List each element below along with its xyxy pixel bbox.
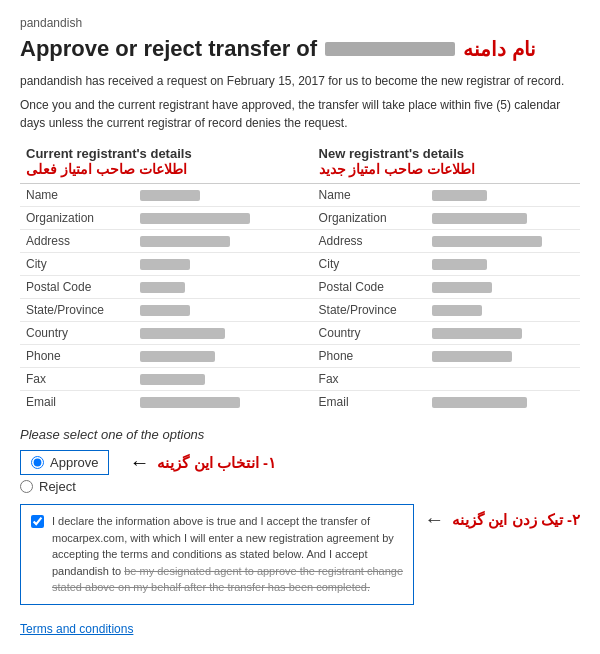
title-prefix: Approve or reject transfer of [20, 36, 317, 62]
current-registrant-annotation: اطلاعات صاحب امتیاز فعلی [26, 161, 281, 177]
table-row: Country Country [20, 322, 580, 345]
new-field-value [426, 230, 580, 253]
table-row: Name Name [20, 184, 580, 207]
table-row: State/Province State/Province [20, 299, 580, 322]
current-field-value [134, 207, 288, 230]
description-1: pandandish has received a request on Feb… [20, 72, 580, 90]
new-field-label: Phone [313, 345, 427, 368]
table-row: Fax Fax [20, 368, 580, 391]
registrant-table: Current registrant's details اطلاعات صاح… [20, 142, 580, 413]
approve-arrow: ← [129, 451, 149, 474]
terms-link-container: Terms and conditions [20, 621, 580, 646]
new-registrant-heading: New registrant's details اطلاعات صاحب ام… [313, 142, 580, 184]
current-field-value [134, 299, 288, 322]
current-field-label: City [20, 253, 134, 276]
declare-box: I declare the information above is true … [20, 504, 414, 605]
reject-radio[interactable] [20, 480, 33, 493]
reject-option: Reject [20, 479, 580, 494]
current-field-label: Name [20, 184, 134, 207]
new-field-value [426, 345, 580, 368]
current-field-value [134, 368, 288, 391]
approve-annotation-row: ← ۱- انتخاب این گزینه [129, 451, 276, 474]
new-field-value [426, 299, 580, 322]
site-name: pandandish [20, 16, 580, 30]
current-registrant-heading: Current registrant's details اطلاعات صاح… [20, 142, 287, 184]
current-field-value [134, 230, 288, 253]
table-row: Address Address [20, 230, 580, 253]
page-title: Approve or reject transfer of نام دامنه [20, 36, 580, 62]
declare-annotation: ۲- تیک زدن این گزینه [452, 511, 580, 529]
reject-label[interactable]: Reject [39, 479, 76, 494]
approve-radio[interactable] [31, 456, 44, 469]
new-field-label: Postal Code [313, 276, 427, 299]
terms-link[interactable]: Terms and conditions [20, 622, 133, 636]
table-row: City City [20, 253, 580, 276]
options-section: Please select one of the options Approve… [20, 427, 580, 494]
new-field-value [426, 368, 580, 391]
table-row: Email Email [20, 391, 580, 414]
current-field-value [134, 253, 288, 276]
declare-text: I declare the information above is true … [52, 513, 403, 596]
domain-annotation: نام دامنه [463, 37, 536, 61]
new-field-label: Fax [313, 368, 427, 391]
new-field-label: Name [313, 184, 427, 207]
current-field-label: Organization [20, 207, 134, 230]
table-row: Organization Organization [20, 207, 580, 230]
new-field-value [426, 253, 580, 276]
table-row: Postal Code Postal Code [20, 276, 580, 299]
current-field-value [134, 345, 288, 368]
new-field-label: State/Province [313, 299, 427, 322]
new-field-value [426, 184, 580, 207]
new-field-label: Address [313, 230, 427, 253]
current-field-value [134, 322, 288, 345]
new-field-value [426, 207, 580, 230]
table-row: Phone Phone [20, 345, 580, 368]
current-field-value [134, 184, 288, 207]
current-field-value [134, 276, 288, 299]
current-field-label: Address [20, 230, 134, 253]
domain-blurred [325, 42, 455, 56]
current-field-label: Country [20, 322, 134, 345]
new-field-label: Organization [313, 207, 427, 230]
current-field-label: Phone [20, 345, 134, 368]
new-field-value [426, 322, 580, 345]
current-field-label: Email [20, 391, 134, 414]
declare-checkbox[interactable] [31, 515, 44, 528]
declare-annotation-row: ← ۲- تیک زدن این گزینه [424, 508, 580, 531]
current-field-label: Fax [20, 368, 134, 391]
new-field-label: Country [313, 322, 427, 345]
new-field-value [426, 391, 580, 414]
new-field-label: City [313, 253, 427, 276]
current-field-label: State/Province [20, 299, 134, 322]
approve-annotation: ۱- انتخاب این گزینه [157, 454, 276, 472]
options-label: Please select one of the options [20, 427, 580, 442]
current-field-value [134, 391, 288, 414]
current-field-label: Postal Code [20, 276, 134, 299]
declare-arrow: ← [424, 508, 444, 531]
approve-option-box: Approve [20, 450, 109, 475]
new-field-label: Email [313, 391, 427, 414]
new-registrant-annotation: اطلاعات صاحب امتیاز جدید [319, 161, 574, 177]
description-2: Once you and the current registrant have… [20, 96, 580, 132]
new-field-value [426, 276, 580, 299]
approve-label[interactable]: Approve [50, 455, 98, 470]
